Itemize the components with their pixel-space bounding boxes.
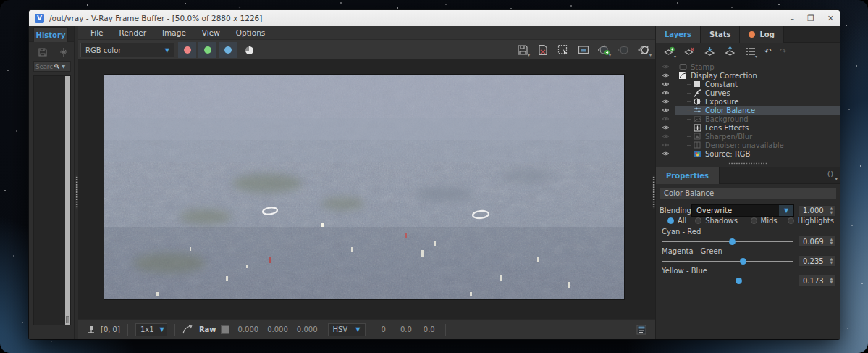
- rendered-image[interactable]: [104, 75, 624, 299]
- maximize-button[interactable]: ❐: [807, 14, 814, 22]
- color-curve-icon: [181, 323, 195, 336]
- tab-history[interactable]: History: [33, 27, 68, 42]
- spinner-arrows-icon[interactable]: ▲▼: [827, 277, 835, 285]
- visibility-eye-icon[interactable]: [656, 90, 675, 96]
- menu-view[interactable]: View: [194, 28, 228, 37]
- panel-splitter-grip[interactable]: [728, 162, 767, 165]
- visibility-eye-icon[interactable]: [656, 125, 675, 130]
- color-mode-dropdown[interactable]: HSV ▼: [328, 323, 366, 336]
- save-preset-icon[interactable]: [704, 46, 716, 58]
- hsv-value-h: 0: [382, 325, 386, 333]
- magenta-green-spinbox[interactable]: 0.235 ▲▼: [799, 255, 836, 267]
- title-bar[interactable]: V /out/vray - V-Ray Frame Buffer - [50.0…: [29, 10, 840, 26]
- history-search-input[interactable]: [35, 63, 53, 70]
- layer-row-exposure[interactable]: Exposure: [656, 97, 840, 106]
- magenta-green-row: 0.235 ▲▼: [662, 256, 836, 266]
- slider-thumb[interactable]: [736, 278, 742, 284]
- layer-name: Constant: [705, 80, 738, 88]
- menu-file[interactable]: File: [83, 28, 111, 37]
- radio-all[interactable]: All: [667, 217, 686, 225]
- render-viewport[interactable]: [78, 59, 655, 319]
- layer-row-constant[interactable]: Constant: [656, 80, 840, 88]
- blending-dropdown[interactable]: Overwrite ▼: [691, 204, 794, 217]
- layer-row-denoiser[interactable]: Denoiser: unavailable: [656, 141, 840, 149]
- menu-options[interactable]: Options: [228, 28, 274, 37]
- magenta-green-slider[interactable]: [662, 256, 793, 266]
- yellow-blue-spinbox[interactable]: 0.173 ▲▼: [799, 275, 836, 286]
- visibility-eye-icon[interactable]: [656, 142, 675, 148]
- spinner-arrows-icon[interactable]: ▲▼: [827, 207, 835, 215]
- display-window-icon[interactable]: [576, 43, 590, 57]
- layer-row-lens-effects[interactable]: Lens Effects: [656, 123, 840, 132]
- render-icon[interactable]: ▾: [597, 43, 610, 57]
- tab-log[interactable]: Log: [740, 26, 783, 43]
- region-render-icon[interactable]: [556, 43, 570, 57]
- slider-thumb[interactable]: [729, 238, 736, 245]
- layer-row-background[interactable]: Background: [656, 115, 840, 123]
- tab-log-label: Log: [759, 30, 774, 38]
- tab-stats[interactable]: Stats: [701, 26, 740, 43]
- layer-row-color-balance[interactable]: Color Balance: [656, 106, 840, 115]
- minimize-button[interactable]: –: [790, 14, 794, 22]
- load-preset-icon[interactable]: [724, 46, 736, 58]
- stars: [0, 0, 1, 1]
- zoom-dropdown[interactable]: 1x1 ▼: [135, 323, 167, 336]
- blend-amount-spinbox[interactable]: 1.000 ▲▼: [799, 205, 836, 217]
- yellow-blue-slider[interactable]: [662, 275, 793, 286]
- history-list[interactable]: [33, 75, 71, 325]
- panel-splitter[interactable]: [656, 162, 840, 166]
- blue-channel-button[interactable]: [219, 42, 237, 58]
- spinner-arrows-icon[interactable]: ▲▼: [827, 238, 835, 246]
- layer-row-source-rgb[interactable]: Source: RGB: [656, 149, 840, 158]
- layer-row-display-correction[interactable]: Display Correction: [656, 71, 840, 80]
- visibility-eye-icon[interactable]: [656, 107, 675, 113]
- compare-ab-icon[interactable]: [56, 46, 70, 59]
- render-last-icon[interactable]: [617, 43, 631, 57]
- expand-panel-icon[interactable]: ( )▾: [827, 170, 833, 178]
- save-all-channels-icon[interactable]: [536, 43, 549, 57]
- visibility-eye-icon[interactable]: [656, 133, 675, 139]
- tab-properties[interactable]: Properties: [656, 167, 720, 184]
- radio-shadows[interactable]: Shadows: [695, 217, 738, 225]
- chevron-down-icon: ▼: [779, 205, 793, 216]
- stamp-toggle-icon[interactable]: [636, 325, 646, 335]
- green-channel-button[interactable]: [198, 42, 216, 58]
- redo-icon[interactable]: ↷: [780, 46, 787, 57]
- save-history-icon[interactable]: [35, 46, 49, 59]
- visibility-eye-icon[interactable]: [656, 99, 675, 104]
- menu-image[interactable]: Image: [154, 28, 194, 37]
- channel-select-dropdown[interactable]: RGB color ▼: [80, 43, 174, 57]
- layer-row-sharpen-blur[interactable]: Sharpen/Blur: [656, 132, 840, 141]
- tab-layers[interactable]: Layers: [656, 26, 701, 43]
- close-button[interactable]: ✕: [827, 14, 834, 22]
- delete-layer-icon[interactable]: [683, 46, 696, 58]
- pixel-probe-icon[interactable]: [84, 323, 98, 336]
- radio-label: Highlights: [798, 217, 834, 225]
- visibility-eye-icon[interactable]: [656, 151, 675, 157]
- layer-list-icon[interactable]: ▾: [744, 46, 757, 58]
- undo-icon[interactable]: ↶: [764, 46, 772, 57]
- save-image-icon[interactable]: ▾: [515, 43, 529, 57]
- slider-thumb[interactable]: [740, 258, 746, 265]
- layer-row-stamp[interactable]: Stamp: [656, 62, 840, 71]
- visibility-eye-icon[interactable]: [656, 64, 675, 70]
- alpha-channel-button[interactable]: [240, 42, 258, 58]
- visibility-eye-icon[interactable]: [656, 116, 675, 122]
- search-filter-dropdown-icon[interactable]: ▼: [62, 64, 65, 70]
- radio-mids[interactable]: Mids: [751, 217, 778, 225]
- layer-row-curves[interactable]: Curves: [656, 88, 840, 97]
- visibility-eye-icon[interactable]: [656, 81, 675, 87]
- history-scrollbar[interactable]: [65, 76, 70, 325]
- red-channel-button[interactable]: [178, 42, 196, 58]
- sharpen-blur-icon: [693, 133, 701, 141]
- radio-highlights[interactable]: Highlights: [788, 217, 834, 225]
- history-scrollbar-thumb[interactable]: [66, 316, 69, 323]
- spinner-arrows-icon[interactable]: ▲▼: [827, 257, 835, 265]
- add-layer-icon[interactable]: ▾: [663, 46, 675, 58]
- interactive-render-icon[interactable]: ▾: [637, 43, 651, 57]
- cyan-red-spinbox[interactable]: 0.069 ▲▼: [799, 236, 836, 247]
- cyan-red-slider[interactable]: [662, 236, 793, 246]
- radio-dot-icon: [695, 217, 701, 224]
- visibility-eye-icon[interactable]: [656, 72, 675, 78]
- menu-render[interactable]: Render: [111, 28, 154, 37]
